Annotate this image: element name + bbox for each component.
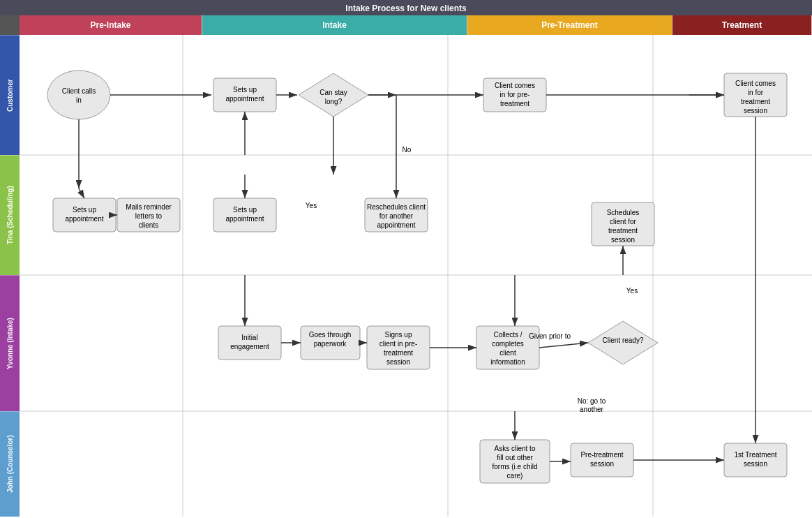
svg-text:Sets up: Sets up <box>73 206 96 214</box>
columns-header: Pre-Intake Intake Pre-Treatment Treatmen… <box>0 15 812 35</box>
svg-text:Sets up: Sets up <box>233 206 257 214</box>
svg-text:Schedules: Schedules <box>607 209 640 216</box>
svg-text:completes: completes <box>492 340 524 348</box>
flowchart-svg: Client calls in Sets up appointment Can … <box>20 35 812 517</box>
svg-text:clients: clients <box>139 221 158 229</box>
svg-text:Signs up: Signs up <box>385 331 412 339</box>
svg-text:Client comes: Client comes <box>495 82 535 89</box>
col-header-pre-intake: Pre-Intake <box>20 15 202 35</box>
svg-text:Given prior to: Given prior to <box>529 332 571 340</box>
diagram-area: Client calls in Sets up appointment Can … <box>20 35 812 517</box>
svg-text:treatment: treatment <box>384 349 413 357</box>
svg-text:letters to: letters to <box>135 212 163 220</box>
svg-text:Client ready?: Client ready? <box>603 336 644 344</box>
svg-text:engagement: engagement <box>230 343 269 350</box>
svg-text:Yes: Yes <box>626 287 638 295</box>
svg-text:client: client <box>499 349 516 357</box>
svg-text:forms (i.e child: forms (i.e child <box>492 463 537 471</box>
diagram-container: Intake Process for New clients Pre-Intak… <box>0 0 812 518</box>
svg-text:client for: client for <box>610 218 636 225</box>
svg-text:Can stay: Can stay <box>319 89 347 96</box>
svg-text:Yes: Yes <box>306 202 317 209</box>
svg-text:appointment: appointment <box>225 95 264 103</box>
svg-text:fill out other: fill out other <box>497 454 533 461</box>
svg-text:client in pre-: client in pre- <box>379 340 417 348</box>
svg-text:another: another <box>580 406 604 413</box>
col-header-intake: Intake <box>202 15 467 35</box>
svg-text:1st Treatment: 1st Treatment <box>734 451 776 459</box>
svg-text:session: session <box>590 460 614 468</box>
diagram-title: Intake Process for New clients <box>0 0 812 15</box>
corner-spacer <box>0 15 20 35</box>
svg-text:treatment: treatment <box>741 98 770 105</box>
svg-text:Initial: Initial <box>241 334 257 341</box>
svg-text:Client calls: Client calls <box>62 87 96 95</box>
svg-text:session: session <box>386 358 410 366</box>
svg-text:Reschedules client: Reschedules client <box>367 203 426 211</box>
svg-text:Pre-treatment: Pre-treatment <box>580 451 623 459</box>
svg-line-90 <box>539 343 588 348</box>
svg-text:in for pre-: in for pre- <box>500 91 530 98</box>
main-content: Customer Tina (Scheduling) Yvonne (Intak… <box>0 35 812 517</box>
svg-point-7 <box>47 71 110 119</box>
svg-text:long?: long? <box>325 98 343 105</box>
row-label-customer: Customer <box>0 35 20 155</box>
row-labels: Customer Tina (Scheduling) Yvonne (Intak… <box>0 35 20 517</box>
row-label-yvonne: Yvonne (Intake) <box>0 275 20 411</box>
svg-text:No: go to: No: go to <box>578 397 606 405</box>
svg-text:session: session <box>744 107 767 114</box>
svg-text:session: session <box>744 460 767 468</box>
svg-text:for another: for another <box>379 212 414 220</box>
svg-text:in for: in for <box>748 89 764 96</box>
col-header-pretreatment: Pre-Treatment <box>467 15 672 35</box>
svg-text:appointment: appointment <box>65 215 103 223</box>
svg-text:paperwork: paperwork <box>314 340 347 348</box>
row-label-tina: Tina (Scheduling) <box>0 155 20 275</box>
svg-line-83 <box>79 188 84 198</box>
svg-text:appointment: appointment <box>377 221 415 229</box>
svg-text:Client comes: Client comes <box>735 80 776 87</box>
svg-text:Collects /: Collects / <box>493 331 522 339</box>
col-header-treatment: Treatment <box>672 15 812 35</box>
svg-text:session: session <box>611 236 635 244</box>
svg-text:treatment: treatment <box>608 227 638 235</box>
svg-text:Asks client to: Asks client to <box>495 445 536 452</box>
svg-text:care): care) <box>507 472 523 480</box>
svg-text:Sets up: Sets up <box>233 86 257 94</box>
svg-text:in: in <box>76 96 82 104</box>
row-label-john: John (Counselor) <box>0 411 20 517</box>
svg-text:information: information <box>490 358 525 366</box>
svg-text:Goes through: Goes through <box>309 331 352 339</box>
svg-text:treatment: treatment <box>500 100 529 108</box>
svg-text:appointment: appointment <box>225 215 264 223</box>
svg-text:Mails reminder: Mails reminder <box>126 203 172 211</box>
svg-text:No: No <box>403 146 412 154</box>
